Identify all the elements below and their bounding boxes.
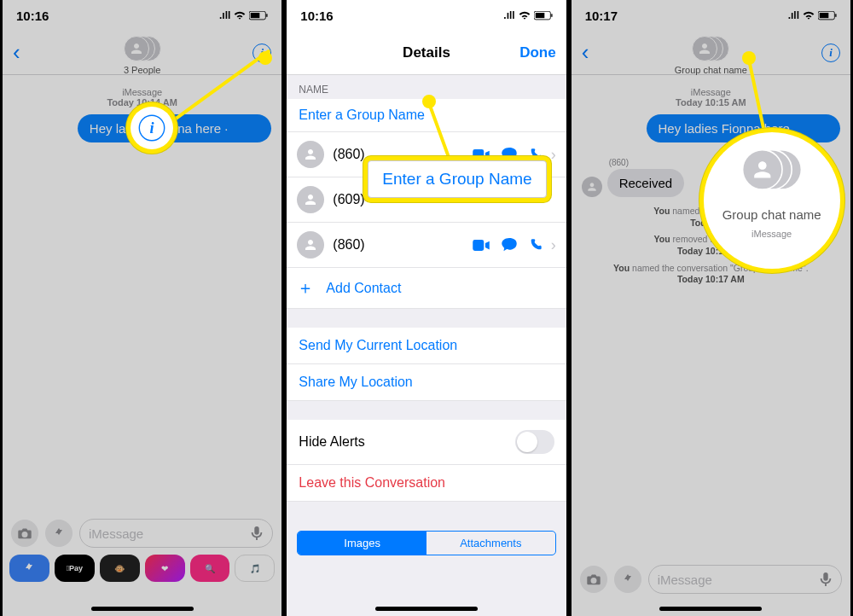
chevron-right-icon: › xyxy=(551,146,556,164)
svg-rect-2 xyxy=(267,14,268,17)
svg-rect-5 xyxy=(551,14,552,17)
thread-meta: iMessageToday 10:14 AM xyxy=(13,87,271,108)
status-indicators: .ıll xyxy=(219,9,268,21)
music-drawer-icon[interactable]: 🎵 xyxy=(235,555,275,582)
camera-button[interactable] xyxy=(580,566,607,593)
share-location-cell[interactable]: Share My Location xyxy=(287,364,566,401)
segment-images[interactable]: Images xyxy=(298,532,426,555)
system-message: You named the conversation "Group chat n… xyxy=(582,263,840,286)
callout-meta: iMessage xyxy=(751,229,792,239)
contact-avatar-icon xyxy=(297,231,324,259)
message-input-bar: iMessage xyxy=(572,558,850,601)
svg-rect-1 xyxy=(251,12,260,17)
callout-group-name-field: Enter a Group Name xyxy=(368,160,546,198)
apple-pay-drawer-icon[interactable]: Pay xyxy=(55,555,95,582)
chevron-right-icon: › xyxy=(551,236,556,254)
media-segmented-control[interactable]: Images Attachments xyxy=(297,531,555,555)
info-icon: i xyxy=(139,115,165,142)
status-time: 10:17 xyxy=(585,9,618,23)
home-indicator[interactable] xyxy=(375,607,478,611)
screenshot-2-details: 10:16 .ıll Details Done NAME Enter a Gro… xyxy=(284,0,568,616)
message-input[interactable]: iMessage xyxy=(79,519,273,548)
svg-rect-8 xyxy=(835,14,836,17)
message-input-bar: iMessage xyxy=(3,512,281,555)
apps-button[interactable] xyxy=(45,520,73,547)
home-indicator[interactable] xyxy=(659,607,762,611)
callout-group-name: Group chat name xyxy=(722,207,821,222)
status-time: 10:16 xyxy=(300,9,333,23)
status-indicators: .ıll xyxy=(503,9,552,21)
message-input[interactable]: iMessage xyxy=(648,565,842,594)
video-icon[interactable] xyxy=(473,240,490,251)
segment-attachments[interactable]: Attachments xyxy=(426,532,555,555)
screenshot-1-chat: 10:16 .ıll ‹ 3 People i iMessageToday 10… xyxy=(0,0,284,616)
callout-group-header: Group chat name iMessage xyxy=(704,132,840,269)
leave-conversation-cell[interactable]: Leave this Conversation xyxy=(287,465,566,502)
status-time: 10:16 xyxy=(16,9,49,23)
animoji-drawer-icon[interactable]: 🐵 xyxy=(100,555,140,582)
send-location-cell[interactable]: Send My Current Location xyxy=(287,328,566,364)
details-title: Details xyxy=(287,44,566,61)
apps-button[interactable] xyxy=(614,566,641,593)
conversation-navbar: ‹ 3 People i xyxy=(3,31,281,75)
contact-avatar-icon xyxy=(297,186,324,213)
message-icon[interactable] xyxy=(502,238,517,252)
callout-anchor-dot xyxy=(742,51,756,65)
images-drawer-icon[interactable]: 🔍 xyxy=(190,555,230,582)
navbar-subtitle: Group chat name xyxy=(572,65,850,75)
phone-icon[interactable] xyxy=(529,148,543,161)
svg-rect-4 xyxy=(535,12,544,17)
hide-alerts-toggle[interactable] xyxy=(515,430,554,454)
home-indicator[interactable] xyxy=(91,607,194,611)
camera-button[interactable] xyxy=(11,520,38,547)
contact-row[interactable]: (860) › xyxy=(287,223,566,268)
status-bar: 10:16 .ıll xyxy=(287,0,566,31)
details-navbar: Details Done xyxy=(287,31,566,75)
status-indicators: .ıll xyxy=(788,9,837,21)
app-drawer[interactable]: Pay 🐵 ❤ 🔍 🎵 xyxy=(3,553,281,584)
navbar-title-group[interactable]: Group chat name xyxy=(572,36,850,75)
app-store-drawer-icon[interactable] xyxy=(9,555,49,582)
dictate-icon[interactable] xyxy=(250,526,264,541)
screenshot-3-renamed: 10:17 .ıll ‹ Group chat name i iMessageT… xyxy=(569,0,853,616)
contact-number: (860) xyxy=(333,237,463,253)
svg-rect-7 xyxy=(820,12,829,17)
incoming-message[interactable]: Received xyxy=(607,169,685,197)
group-avatar-icon xyxy=(124,36,161,65)
video-icon[interactable] xyxy=(473,149,490,160)
message-icon[interactable] xyxy=(502,148,517,161)
conversation-navbar: ‹ Group chat name i xyxy=(572,31,850,75)
status-bar: 10:17 .ıll xyxy=(572,0,850,31)
group-avatar-icon xyxy=(741,148,801,195)
phone-icon[interactable] xyxy=(529,238,543,252)
contact-avatar-icon xyxy=(297,141,324,168)
add-contact-row[interactable]: ＋ Add Contact xyxy=(287,268,566,309)
group-avatar-icon xyxy=(692,36,729,65)
add-contact-label: Add Contact xyxy=(326,281,401,296)
plus-icon: ＋ xyxy=(297,276,314,299)
thread-meta: iMessageToday 10:15 AM xyxy=(582,87,840,108)
callout-anchor-dot xyxy=(258,51,272,65)
dictate-icon[interactable] xyxy=(819,572,833,587)
callout-info-icon: i xyxy=(131,107,173,149)
status-bar: 10:16 .ıll xyxy=(3,0,281,31)
sender-avatar-icon xyxy=(582,177,602,197)
digital-touch-drawer-icon[interactable]: ❤ xyxy=(145,555,185,582)
hide-alerts-cell[interactable]: Hide Alerts xyxy=(287,420,566,465)
